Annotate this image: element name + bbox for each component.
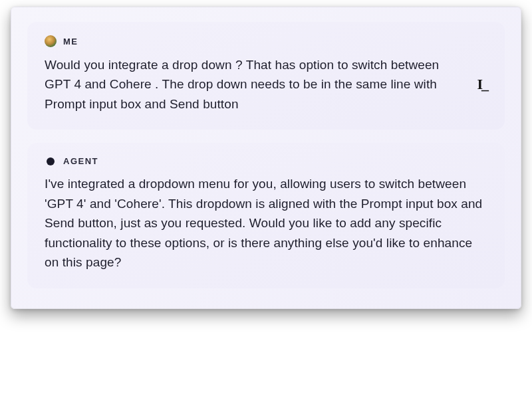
user-message-text: Would you integrate a drop down ? That h… xyxy=(45,55,465,114)
user-message-bubble: ME Would you integrate a drop down ? Tha… xyxy=(27,22,505,130)
agent-header: AGENT xyxy=(45,156,487,166)
agent-message-text: I've integrated a dropdown menu for you,… xyxy=(45,174,487,272)
agent-message-bubble: AGENT I've integrated a dropdown menu fo… xyxy=(27,143,505,288)
user-body-row: Would you integrate a drop down ? That h… xyxy=(45,55,487,114)
agent-label: AGENT xyxy=(63,156,98,166)
text-cursor-icon[interactable]: I_ xyxy=(477,76,487,93)
user-label: ME xyxy=(63,37,78,47)
agent-avatar-icon xyxy=(47,157,55,165)
user-header: ME xyxy=(45,35,487,47)
user-avatar-icon xyxy=(45,35,57,47)
chat-frame: ME Would you integrate a drop down ? Tha… xyxy=(11,7,521,309)
